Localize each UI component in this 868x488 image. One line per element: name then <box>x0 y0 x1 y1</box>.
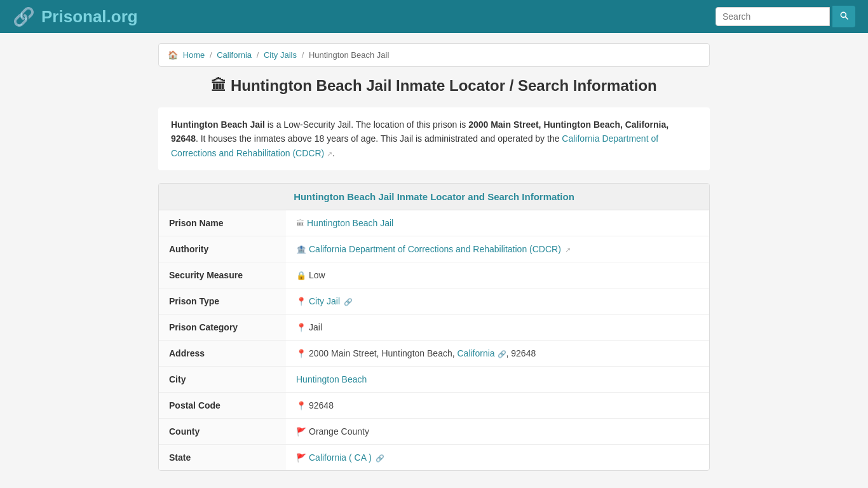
table-row: Prison Category📍Jail <box>159 315 709 341</box>
info-table: Prison Name🏛Huntington Beach JailAuthori… <box>159 210 709 470</box>
table-cell-label: Authority <box>159 236 286 262</box>
description-after-address: . It houses the inmates above 18 years o… <box>196 133 562 144</box>
table-cell-value: 📍2000 Main Street, Huntington Beach, Cal… <box>286 341 709 367</box>
home-icon: 🏠 <box>168 50 178 60</box>
logo-ext: .org <box>107 7 138 26</box>
external-link-icon: ↗ <box>565 246 571 254</box>
table-row: Prison Name🏛Huntington Beach Jail <box>159 210 709 236</box>
table-cell-value: 🚩California ( CA ) 🔗 <box>286 445 709 471</box>
table-value-link[interactable]: City Jail <box>309 296 340 306</box>
cell-icon: 🏛 <box>296 219 304 228</box>
table-value-link[interactable]: California Department of Corrections and… <box>309 244 561 254</box>
search-input[interactable] <box>715 7 830 26</box>
table-value-link[interactable]: Huntington Beach Jail <box>307 218 393 228</box>
table-cell-value: 🔒Low <box>286 262 709 288</box>
table-cell-label: State <box>159 445 286 471</box>
table-row: County🚩Orange County <box>159 419 709 445</box>
description-period: . <box>332 148 335 158</box>
table-cell-label: Prison Category <box>159 315 286 341</box>
info-section-header: Huntington Beach Jail Inmate Locator and… <box>159 184 709 210</box>
page-title-text: Huntington Beach Jail Inmate Locator / S… <box>231 77 657 94</box>
search-icon <box>839 10 849 20</box>
table-row: State🚩California ( CA ) 🔗 <box>159 445 709 471</box>
table-cell-value: 🏦California Department of Corrections an… <box>286 236 709 262</box>
cell-icon: 🚩 <box>296 427 306 437</box>
cell-icon: 📍 <box>296 349 306 358</box>
table-row: Security Measure🔒Low <box>159 262 709 288</box>
table-cell-value: 📍92648 <box>286 393 709 419</box>
logo-area: 🔗 Prisonal.org <box>13 6 138 27</box>
table-cell-label: City <box>159 367 286 393</box>
header: 🔗 Prisonal.org <box>0 0 868 33</box>
table-row: CityHuntington Beach <box>159 367 709 393</box>
table-cell-value: Huntington Beach <box>286 367 709 393</box>
cell-icon: 🏦 <box>296 245 306 254</box>
table-cell-label: Security Measure <box>159 262 286 288</box>
description-intro: is a Low-Security Jail. The location of … <box>265 119 468 130</box>
breadcrumb-current: Huntington Beach Jail <box>309 50 389 60</box>
breadcrumb: 🏠 Home / California / City Jails / Hunti… <box>158 43 710 67</box>
state-link-icon: 🔗 <box>498 350 506 358</box>
breadcrumb-california[interactable]: California <box>217 50 252 60</box>
table-value-text: 92648 <box>309 400 334 410</box>
address-state-link[interactable]: California <box>457 348 494 358</box>
table-cell-label: Prison Name <box>159 210 286 236</box>
breadcrumb-city-jails[interactable]: City Jails <box>264 50 297 60</box>
info-section: Huntington Beach Jail Inmate Locator and… <box>158 183 710 471</box>
external-link-icon: 🔗 <box>376 454 384 462</box>
ext-icon-desc: ↗ <box>327 150 332 158</box>
cell-icon: 🚩 <box>296 453 306 463</box>
jail-name-bold: Huntington Beach Jail <box>171 119 265 130</box>
table-cell-label: County <box>159 419 286 445</box>
page-title-icon: 🏛 <box>211 77 226 94</box>
table-cell-value: 📍Jail <box>286 315 709 341</box>
logo-icon: 🔗 <box>13 6 35 27</box>
table-row: Postal Code📍92648 <box>159 393 709 419</box>
table-row: Address📍2000 Main Street, Huntington Bea… <box>159 341 709 367</box>
page-title: 🏛 Huntington Beach Jail Inmate Locator /… <box>158 77 710 95</box>
cell-icon: 📍 <box>296 323 306 332</box>
table-cell-label: Postal Code <box>159 393 286 419</box>
cell-icon: 🔒 <box>296 271 306 280</box>
description: Huntington Beach Jail is a Low-Security … <box>158 107 710 170</box>
table-cell-label: Prison Type <box>159 288 286 315</box>
table-cell-value: 🏛Huntington Beach Jail <box>286 210 709 236</box>
external-link-icon: 🔗 <box>344 298 353 306</box>
search-area <box>715 6 855 27</box>
logo-text: Prisonal.org <box>41 7 138 27</box>
logo-main: Prisonal <box>41 7 107 26</box>
search-button[interactable] <box>832 6 855 27</box>
table-value-text: Orange County <box>309 426 369 437</box>
table-value-link[interactable]: California ( CA ) <box>309 452 372 463</box>
table-value-text: Jail <box>309 322 322 332</box>
table-row: Authority🏦California Department of Corre… <box>159 236 709 262</box>
table-value-link[interactable]: Huntington Beach <box>296 374 367 384</box>
breadcrumb-home[interactable]: Home <box>183 50 205 60</box>
cell-icon: 📍 <box>296 297 306 306</box>
table-cell-label: Address <box>159 341 286 367</box>
cell-icon: 📍 <box>296 401 306 410</box>
table-row: Prison Type📍City Jail 🔗 <box>159 288 709 315</box>
table-value-text: Low <box>309 270 325 280</box>
table-cell-value: 🚩Orange County <box>286 419 709 445</box>
main-wrapper: 🏠 Home / California / City Jails / Hunti… <box>148 33 720 488</box>
table-cell-value: 📍City Jail 🔗 <box>286 288 709 315</box>
